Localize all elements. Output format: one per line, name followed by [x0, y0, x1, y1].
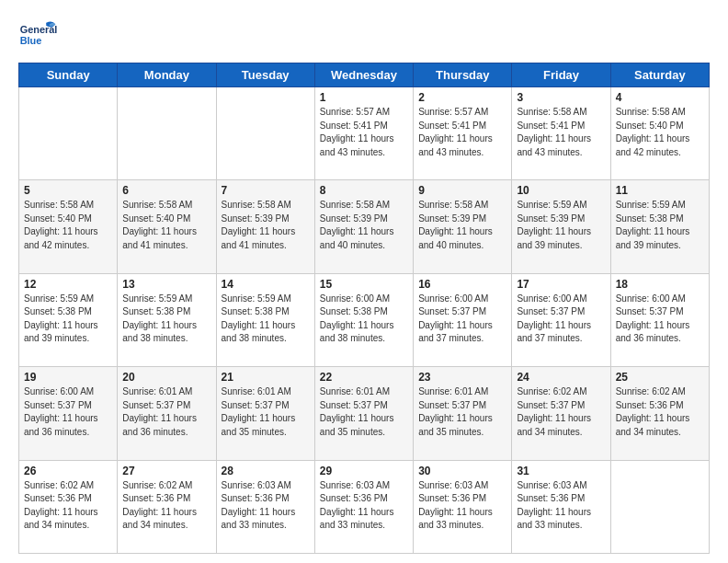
calendar-cell: 30Sunrise: 6:03 AM Sunset: 5:36 PM Dayli…: [414, 460, 512, 553]
day-number: 1: [320, 91, 408, 104]
day-number: 26: [24, 465, 112, 477]
cell-info: Sunrise: 5:59 AM Sunset: 5:38 PM Dayligh…: [24, 293, 112, 346]
calendar-cell: 15Sunrise: 6:00 AM Sunset: 5:38 PM Dayli…: [314, 273, 413, 366]
cell-info: Sunrise: 5:58 AM Sunset: 5:39 PM Dayligh…: [222, 199, 310, 252]
calendar-cell: 23Sunrise: 6:01 AM Sunset: 5:37 PM Dayli…: [414, 367, 512, 460]
day-number: 31: [517, 465, 605, 477]
cell-info: Sunrise: 6:02 AM Sunset: 5:37 PM Dayligh…: [517, 385, 605, 439]
day-number: 18: [616, 278, 704, 291]
calendar-day-header: Monday: [118, 63, 216, 87]
day-number: 4: [616, 91, 704, 104]
cell-info: Sunrise: 6:00 AM Sunset: 5:37 PM Dayligh…: [616, 293, 704, 346]
calendar-cell: 22Sunrise: 6:01 AM Sunset: 5:37 PM Dayli…: [314, 367, 413, 460]
calendar-day-header: Wednesday: [314, 63, 413, 87]
day-number: 12: [24, 278, 112, 291]
calendar-cell: 19Sunrise: 6:00 AM Sunset: 5:37 PM Dayli…: [19, 367, 118, 460]
cell-info: Sunrise: 5:59 AM Sunset: 5:38 PM Dayligh…: [222, 293, 310, 346]
calendar-cell: 13Sunrise: 5:59 AM Sunset: 5:38 PM Dayli…: [118, 273, 216, 366]
cell-info: Sunrise: 5:58 AM Sunset: 5:41 PM Dayligh…: [517, 106, 605, 159]
day-number: 30: [418, 465, 506, 477]
day-number: 11: [616, 184, 704, 197]
cell-info: Sunrise: 5:57 AM Sunset: 5:41 PM Dayligh…: [418, 106, 506, 159]
day-number: 28: [222, 465, 310, 477]
calendar-cell: 16Sunrise: 6:00 AM Sunset: 5:37 PM Dayli…: [414, 273, 512, 366]
cell-info: Sunrise: 6:00 AM Sunset: 5:38 PM Dayligh…: [320, 293, 408, 346]
calendar-cell: 20Sunrise: 6:01 AM Sunset: 5:37 PM Dayli…: [118, 367, 216, 460]
calendar-day-header: Friday: [512, 63, 610, 87]
day-number: 13: [122, 278, 210, 291]
calendar-week-row: 1Sunrise: 5:57 AM Sunset: 5:41 PM Daylig…: [19, 87, 710, 180]
day-number: 24: [517, 371, 605, 384]
day-number: 3: [517, 91, 605, 104]
day-number: 10: [517, 184, 605, 197]
calendar-cell: 1Sunrise: 5:57 AM Sunset: 5:41 PM Daylig…: [314, 87, 413, 180]
day-number: 15: [320, 278, 408, 291]
day-number: 16: [418, 278, 506, 291]
cell-info: Sunrise: 5:58 AM Sunset: 5:40 PM Dayligh…: [24, 199, 112, 252]
svg-text:Blue: Blue: [20, 35, 42, 46]
cell-info: Sunrise: 6:01 AM Sunset: 5:37 PM Dayligh…: [122, 385, 210, 439]
calendar-cell: 2Sunrise: 5:57 AM Sunset: 5:41 PM Daylig…: [414, 87, 512, 180]
calendar-cell: 10Sunrise: 5:59 AM Sunset: 5:39 PM Dayli…: [512, 180, 610, 273]
day-number: 9: [418, 184, 506, 197]
logo-icon: General Blue: [18, 17, 57, 55]
cell-info: Sunrise: 5:58 AM Sunset: 5:39 PM Dayligh…: [418, 199, 506, 252]
cell-info: Sunrise: 6:02 AM Sunset: 5:36 PM Dayligh…: [24, 479, 112, 533]
calendar-cell: 6Sunrise: 5:58 AM Sunset: 5:40 PM Daylig…: [118, 180, 216, 273]
calendar-cell: 31Sunrise: 6:03 AM Sunset: 5:36 PM Dayli…: [512, 460, 610, 553]
top-section: General Blue: [18, 17, 710, 55]
calendar-cell: 11Sunrise: 5:59 AM Sunset: 5:38 PM Dayli…: [610, 180, 709, 273]
cell-info: Sunrise: 6:03 AM Sunset: 5:36 PM Dayligh…: [222, 479, 310, 533]
calendar-cell: [118, 87, 216, 180]
calendar-week-row: 26Sunrise: 6:02 AM Sunset: 5:36 PM Dayli…: [19, 460, 710, 553]
calendar-day-header: Thursday: [414, 63, 512, 87]
cell-info: Sunrise: 5:59 AM Sunset: 5:39 PM Dayligh…: [517, 199, 605, 252]
day-number: 20: [122, 371, 210, 384]
day-number: 27: [122, 465, 210, 477]
calendar-cell: 27Sunrise: 6:02 AM Sunset: 5:36 PM Dayli…: [118, 460, 216, 553]
calendar-cell: [19, 87, 118, 180]
day-number: 17: [517, 278, 605, 291]
calendar-table: SundayMondayTuesdayWednesdayThursdayFrid…: [18, 63, 710, 554]
cell-info: Sunrise: 6:03 AM Sunset: 5:36 PM Dayligh…: [517, 479, 605, 533]
calendar-day-header: Tuesday: [216, 63, 314, 87]
calendar-cell: 25Sunrise: 6:02 AM Sunset: 5:36 PM Dayli…: [610, 367, 709, 460]
calendar-header-row: SundayMondayTuesdayWednesdayThursdayFrid…: [19, 63, 710, 87]
cell-info: Sunrise: 5:59 AM Sunset: 5:38 PM Dayligh…: [122, 293, 210, 346]
calendar-cell: 14Sunrise: 5:59 AM Sunset: 5:38 PM Dayli…: [216, 273, 314, 366]
calendar-cell: 8Sunrise: 5:58 AM Sunset: 5:39 PM Daylig…: [314, 180, 413, 273]
cell-info: Sunrise: 6:00 AM Sunset: 5:37 PM Dayligh…: [418, 293, 506, 346]
cell-info: Sunrise: 5:57 AM Sunset: 5:41 PM Dayligh…: [320, 106, 408, 159]
day-number: 7: [222, 184, 310, 197]
day-number: 21: [222, 371, 310, 384]
cell-info: Sunrise: 6:02 AM Sunset: 5:36 PM Dayligh…: [616, 385, 704, 439]
day-number: 25: [616, 371, 704, 384]
calendar-week-row: 12Sunrise: 5:59 AM Sunset: 5:38 PM Dayli…: [19, 273, 710, 366]
day-number: 22: [320, 371, 408, 384]
calendar-cell: 4Sunrise: 5:58 AM Sunset: 5:40 PM Daylig…: [610, 87, 709, 180]
cell-info: Sunrise: 6:02 AM Sunset: 5:36 PM Dayligh…: [122, 479, 210, 533]
calendar-cell: 28Sunrise: 6:03 AM Sunset: 5:36 PM Dayli…: [216, 460, 314, 553]
day-number: 19: [24, 371, 112, 384]
cell-info: Sunrise: 5:58 AM Sunset: 5:40 PM Dayligh…: [122, 199, 210, 252]
calendar-cell: 7Sunrise: 5:58 AM Sunset: 5:39 PM Daylig…: [216, 180, 314, 273]
page: General Blue SundayMondayTuesdayWednesda…: [0, 0, 728, 563]
cell-info: Sunrise: 5:59 AM Sunset: 5:38 PM Dayligh…: [616, 199, 704, 252]
calendar-cell: [216, 87, 314, 180]
calendar-cell: 3Sunrise: 5:58 AM Sunset: 5:41 PM Daylig…: [512, 87, 610, 180]
day-number: 14: [222, 278, 310, 291]
cell-info: Sunrise: 6:00 AM Sunset: 5:37 PM Dayligh…: [517, 293, 605, 346]
calendar-cell: 21Sunrise: 6:01 AM Sunset: 5:37 PM Dayli…: [216, 367, 314, 460]
calendar-day-header: Saturday: [610, 63, 709, 87]
cell-info: Sunrise: 6:00 AM Sunset: 5:37 PM Dayligh…: [24, 385, 112, 439]
calendar-cell: 12Sunrise: 5:59 AM Sunset: 5:38 PM Dayli…: [19, 273, 118, 366]
cell-info: Sunrise: 6:03 AM Sunset: 5:36 PM Dayligh…: [320, 479, 408, 533]
calendar-week-row: 5Sunrise: 5:58 AM Sunset: 5:40 PM Daylig…: [19, 180, 710, 273]
calendar-cell: 29Sunrise: 6:03 AM Sunset: 5:36 PM Dayli…: [314, 460, 413, 553]
calendar-cell: 9Sunrise: 5:58 AM Sunset: 5:39 PM Daylig…: [414, 180, 512, 273]
cell-info: Sunrise: 6:03 AM Sunset: 5:36 PM Dayligh…: [418, 479, 506, 533]
day-number: 23: [418, 371, 506, 384]
calendar-cell: 24Sunrise: 6:02 AM Sunset: 5:37 PM Dayli…: [512, 367, 610, 460]
calendar-cell: 17Sunrise: 6:00 AM Sunset: 5:37 PM Dayli…: [512, 273, 610, 366]
calendar-cell: 5Sunrise: 5:58 AM Sunset: 5:40 PM Daylig…: [19, 180, 118, 273]
